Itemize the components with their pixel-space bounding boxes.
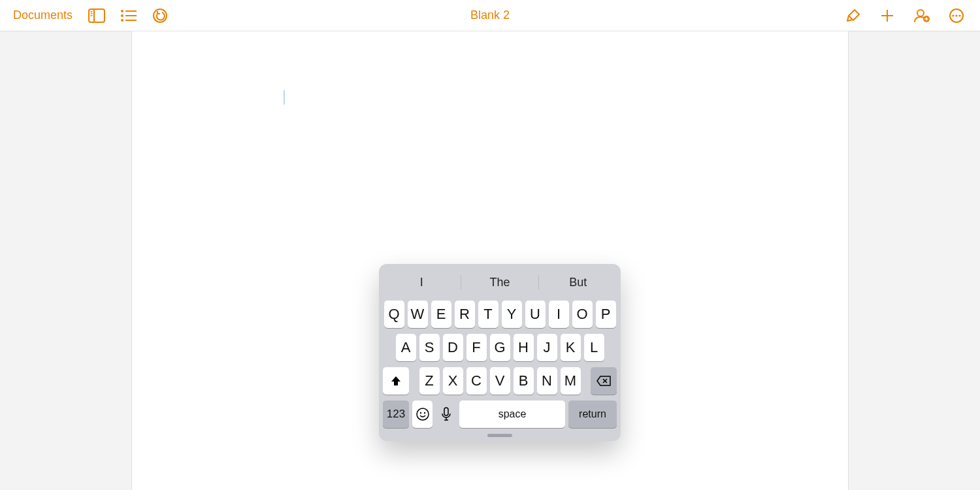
key-dictation[interactable]	[436, 400, 456, 428]
svg-point-26	[423, 412, 425, 414]
svg-point-6	[121, 14, 123, 17]
documents-label: Documents	[13, 8, 73, 22]
format-brush-button[interactable]	[845, 8, 861, 24]
documents-button[interactable]: Documents	[13, 8, 73, 22]
key-v[interactable]: V	[490, 367, 510, 395]
key-backspace[interactable]	[591, 367, 617, 395]
key-row-3-letters: Z X C V B N M	[419, 367, 581, 395]
key-a[interactable]: A	[396, 334, 416, 361]
key-o[interactable]: O	[572, 301, 593, 328]
key-z[interactable]: Z	[419, 367, 440, 395]
key-g[interactable]: G	[490, 334, 510, 361]
key-j[interactable]: J	[537, 334, 557, 361]
sidebar-icon	[88, 8, 105, 23]
svg-point-24	[417, 408, 429, 420]
toolbar-left: Documents	[0, 8, 168, 24]
key-i[interactable]: I	[549, 301, 569, 328]
key-space[interactable]: space	[459, 400, 565, 428]
key-row-2: A S D F G H J K L	[383, 334, 617, 361]
prediction-1[interactable]: I	[383, 276, 461, 289]
undo-button[interactable]	[152, 8, 168, 24]
key-c[interactable]: C	[466, 367, 487, 395]
key-d[interactable]: D	[443, 334, 463, 361]
toolbar-right	[845, 8, 980, 24]
key-l[interactable]: L	[584, 334, 604, 361]
key-q[interactable]: Q	[384, 301, 404, 328]
list-icon	[121, 10, 137, 22]
microphone-icon	[441, 407, 451, 421]
key-m[interactable]: M	[561, 367, 581, 395]
emoji-icon	[416, 407, 430, 421]
key-s[interactable]: S	[419, 334, 440, 361]
prediction-3[interactable]: But	[539, 276, 617, 289]
key-emoji[interactable]	[412, 400, 433, 428]
prediction-bar: I The But	[383, 268, 617, 297]
more-button[interactable]	[949, 8, 964, 24]
svg-point-5	[121, 10, 123, 12]
text-cursor	[284, 90, 285, 105]
document-title[interactable]: Blank 2	[470, 8, 510, 22]
ellipsis-circle-icon	[949, 8, 964, 24]
svg-point-20	[955, 14, 957, 16]
backspace-icon	[596, 376, 611, 386]
floating-keyboard[interactable]: I The But Q W E R T Y U I O P A S D F G …	[379, 264, 621, 441]
undo-icon	[152, 8, 168, 24]
key-y[interactable]: Y	[502, 301, 522, 328]
key-f[interactable]: F	[466, 334, 487, 361]
key-numbers[interactable]: 123	[383, 400, 409, 428]
key-t[interactable]: T	[478, 301, 498, 328]
plus-icon	[879, 8, 895, 24]
paintbrush-icon	[845, 8, 861, 24]
insert-button[interactable]	[879, 8, 895, 24]
svg-point-21	[958, 14, 960, 16]
person-add-icon	[913, 8, 930, 24]
key-r[interactable]: R	[455, 301, 475, 328]
key-row-4: 123 space return	[383, 400, 617, 428]
key-p[interactable]: P	[596, 301, 616, 328]
key-row-1: Q W E R T Y U I O P	[383, 301, 617, 328]
svg-rect-27	[444, 408, 448, 416]
key-n[interactable]: N	[537, 367, 557, 395]
svg-point-25	[419, 412, 421, 414]
key-w[interactable]: W	[408, 301, 428, 328]
key-b[interactable]: B	[514, 367, 534, 395]
svg-point-14	[917, 10, 924, 16]
collaborate-button[interactable]	[913, 8, 930, 24]
shift-icon	[390, 375, 402, 387]
svg-point-19	[952, 14, 954, 16]
key-row-3: Z X C V B N M	[383, 367, 617, 395]
key-h[interactable]: H	[514, 334, 534, 361]
key-u[interactable]: U	[525, 301, 546, 328]
key-x[interactable]: X	[443, 367, 463, 395]
keyboard-grabber[interactable]	[487, 434, 512, 437]
key-e[interactable]: E	[431, 301, 451, 328]
key-return[interactable]: return	[568, 400, 617, 428]
prediction-2[interactable]: The	[461, 276, 539, 289]
toolbar: Documents	[0, 0, 980, 31]
sidebar-toggle-button[interactable]	[88, 8, 105, 23]
svg-point-7	[121, 19, 123, 22]
key-k[interactable]: K	[561, 334, 581, 361]
view-options-button[interactable]	[121, 10, 137, 22]
key-shift[interactable]	[383, 367, 409, 395]
